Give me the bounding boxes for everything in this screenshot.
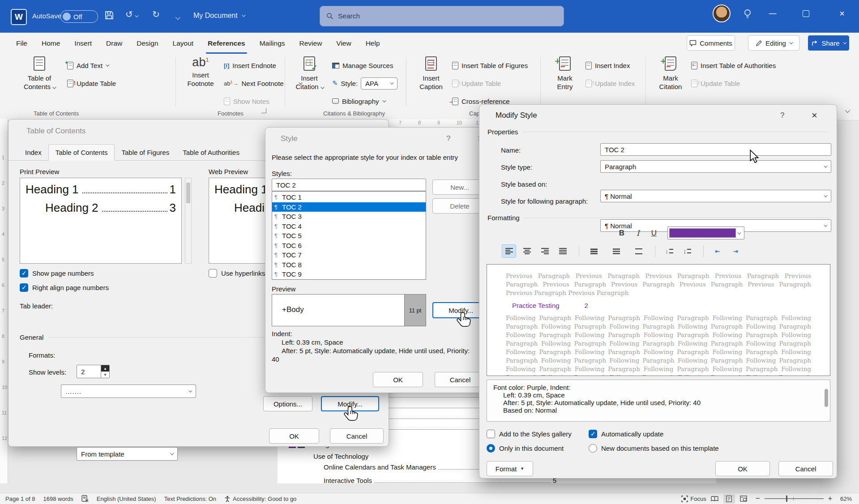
tab-layout[interactable]: Layout	[166, 33, 201, 54]
add-to-styles-gallery-checkbox[interactable]: Add to the Styles gallery	[487, 430, 572, 438]
insert-caption-button[interactable]: Insert Caption	[412, 56, 450, 91]
use-hyperlinks-checkbox[interactable]: Use hyperlinks	[209, 269, 265, 278]
decrease-spacing-button[interactable]: ↨	[680, 244, 694, 258]
page-indicator[interactable]: Page 1 of 8	[5, 495, 35, 502]
tab-index[interactable]: Index	[18, 145, 48, 160]
avatar[interactable]	[713, 4, 731, 22]
comments-button[interactable]: Comments	[687, 35, 735, 51]
tab-table-of-authorities[interactable]: Table of Authorities	[176, 145, 246, 160]
style-list-item[interactable]: ¶TOC 3	[272, 212, 426, 222]
word-app-icon[interactable]: W	[11, 9, 27, 25]
mark-citation-button[interactable]: +− Mark Citation	[652, 56, 689, 91]
web-layout-button[interactable]	[738, 494, 749, 504]
zoom-out-button[interactable]: −	[756, 494, 760, 503]
title-bar[interactable]: W AutoSave Off ↺ ↻ My Document Search — …	[0, 0, 859, 33]
scroll-up-icon[interactable]: ▲	[273, 279, 280, 280]
tab-help[interactable]: Help	[359, 33, 387, 54]
print-layout-button[interactable]	[723, 494, 735, 504]
style-list-item[interactable]: ¶TOC 2	[272, 202, 426, 212]
tab-review[interactable]: Review	[292, 33, 329, 54]
style-list-item[interactable]: ¶TOC 8	[272, 260, 426, 270]
style-list-item[interactable]: ¶TOC 5	[272, 231, 426, 241]
zoom-slider[interactable]	[765, 495, 824, 502]
accessibility-status[interactable]: Accessibility: Good to go	[224, 495, 296, 502]
table-of-contents-button[interactable]: Table of Contents	[16, 56, 63, 91]
insert-endnote-button[interactable]: [i] Insert Endnote	[224, 58, 276, 73]
based-on-select[interactable]: ¶ Normal	[600, 190, 831, 202]
right-align-page-numbers-checkbox[interactable]: Right align page numbers	[20, 283, 109, 292]
customize-toolbar-chevron-icon[interactable]	[175, 12, 179, 21]
search-box[interactable]: Search	[320, 6, 564, 26]
dialog-title[interactable]: Style	[281, 134, 298, 143]
tab-table-of-figures[interactable]: Table of Figures	[115, 145, 176, 160]
read-mode-button[interactable]	[709, 494, 721, 504]
close-dialog-button[interactable]: ×	[812, 110, 817, 121]
toc-cancel-button[interactable]: Cancel	[330, 428, 384, 444]
toc-ok-button[interactable]: OK	[269, 428, 319, 444]
redo-button[interactable]: ↻	[152, 10, 160, 19]
tab-view[interactable]: View	[329, 33, 358, 54]
focus-mode-button[interactable]: Focus	[681, 495, 706, 502]
add-text-button[interactable]: + Add Text	[67, 58, 108, 73]
proofing-icon[interactable]	[81, 495, 89, 502]
dialog-title[interactable]: Modify Style	[496, 111, 537, 120]
align-left-button[interactable]	[502, 244, 516, 258]
show-page-numbers-checkbox[interactable]: Show page numbers	[20, 269, 94, 278]
name-input[interactable]: TOC 2	[600, 143, 831, 156]
justify-button[interactable]	[556, 244, 570, 258]
tab-insert[interactable]: Insert	[67, 33, 99, 54]
help-button[interactable]: ?	[780, 111, 784, 120]
line-spacing-15-button[interactable]	[609, 244, 624, 258]
insert-table-figures-button[interactable]: Insert Table of Figures	[452, 58, 528, 73]
maximize-button[interactable]	[795, 0, 816, 27]
formats-select[interactable]: From template	[77, 447, 178, 461]
style-list-item[interactable]: ¶TOC 1	[272, 192, 426, 202]
update-table-button[interactable]: ! Update Table	[67, 76, 116, 90]
word-count[interactable]: 1698 words	[43, 495, 73, 502]
modify-ok-button[interactable]: OK	[715, 461, 770, 476]
align-right-button[interactable]	[538, 244, 552, 258]
share-button[interactable]: Share	[808, 35, 849, 51]
show-levels-stepper[interactable]: 2 ▲ ▼	[77, 365, 110, 378]
insert-index-button[interactable]: Insert Index	[585, 58, 630, 73]
align-center-button[interactable]	[520, 244, 534, 258]
tab-mailings[interactable]: Mailings	[252, 33, 292, 54]
tab-references[interactable]: References	[201, 33, 252, 54]
line-spacing-1-button[interactable]	[587, 244, 601, 258]
tab-table-of-contents[interactable]: Table of Contents	[48, 144, 115, 161]
insert-citation-button[interactable]: (−)✓ Insert Citation	[290, 56, 329, 91]
bold-button[interactable]: B	[615, 226, 629, 240]
format-menu-button[interactable]: Format▼	[487, 461, 533, 476]
footnotes-dialog-launcher-icon[interactable]	[261, 108, 266, 113]
italic-button[interactable]: I	[631, 226, 645, 240]
toc-modify-button[interactable]: Modify...	[321, 396, 379, 411]
tab-draw[interactable]: Draw	[99, 33, 129, 54]
automatically-update-checkbox[interactable]: Automatically update	[589, 430, 663, 438]
increase-spacing-button[interactable]: ↕	[662, 244, 676, 258]
summary-scrollbar[interactable]	[825, 389, 828, 407]
style-list-item[interactable]: ¶TOC 4	[272, 222, 426, 231]
style-ok-button[interactable]: OK	[373, 372, 423, 387]
increase-indent-button[interactable]: ⇥	[728, 244, 743, 258]
close-window-button[interactable]: ×	[831, 0, 853, 27]
style-type-select[interactable]: Paragraph	[600, 160, 831, 173]
language-indicator[interactable]: English (United States)	[97, 495, 156, 502]
slider-thumb[interactable]	[786, 495, 787, 502]
tab-home[interactable]: Home	[34, 33, 67, 54]
minimize-button[interactable]: —	[762, 0, 783, 27]
new-documents-radio[interactable]: New documents based on this template	[589, 444, 719, 453]
bibliography-button[interactable]: Bibliography	[332, 94, 385, 108]
zoom-percentage[interactable]: 62%	[840, 495, 852, 502]
style-list-item[interactable]: ¶TOC 6	[272, 241, 426, 251]
autosave-toggle[interactable]: Off	[60, 10, 98, 23]
document-title-menu[interactable]: My Document	[193, 12, 244, 20]
manage-sources-button[interactable]: Manage Sources	[332, 58, 393, 73]
lightbulb-icon[interactable]	[742, 8, 753, 21]
dialog-title[interactable]: Table of Contents	[26, 127, 85, 136]
citation-style-select[interactable]: APA	[361, 77, 397, 90]
styles-input[interactable]: TOC 2	[272, 179, 426, 191]
print-preview-scrollbar[interactable]	[185, 178, 192, 264]
style-list-item[interactable]: ¶TOC 9	[272, 269, 426, 279]
next-footnote-button[interactable]: ab1→ Next Footnote	[224, 76, 301, 90]
collapse-ribbon-chevron-icon[interactable]	[845, 107, 849, 115]
